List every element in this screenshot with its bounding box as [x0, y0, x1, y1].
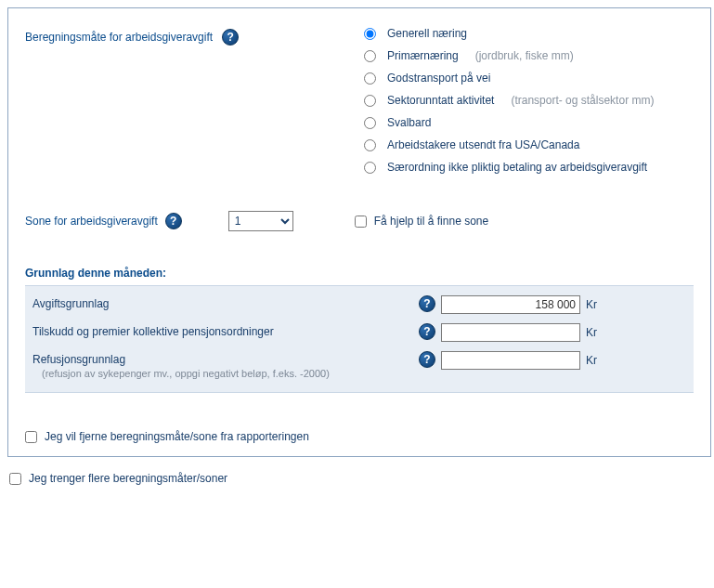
basis-box: Avgiftsgrunnlag?KrTilskudd og premier ko…	[25, 285, 694, 393]
basis-row-input[interactable]	[441, 295, 580, 314]
basis-row-label: Avgiftsgrunnlag	[32, 297, 413, 310]
basis-heading: Grunnlag denne måneden:	[25, 267, 694, 280]
zone-help-label: Få hjelp til å finne sone	[374, 215, 488, 228]
zone-select[interactable]: 1	[228, 211, 293, 231]
basis-row-unit: Kr	[586, 354, 597, 367]
calc-method-radio-label: Primærnæring	[387, 49, 459, 62]
basis-row-help-wrap: ?	[413, 351, 441, 368]
basis-row-hint: (refusjon av sykepenger mv., oppgi negat…	[42, 368, 413, 379]
zone-row: Sone for arbeidsgiveravgift ? 1 Få hjelp…	[25, 211, 694, 231]
basis-row-unit: Kr	[586, 298, 597, 311]
basis-row: Refusjonsgrunnlag(refusjon av sykepenger…	[32, 351, 686, 379]
calc-method-label-wrap: Beregningsmåte for arbeidsgiveravgift ?	[25, 27, 294, 46]
calc-method-radio-item: Generell næring	[364, 27, 654, 40]
zone-label: Sone for arbeidsgiveravgift	[25, 215, 158, 228]
basis-row-label-wrap: Avgiftsgrunnlag	[32, 295, 413, 310]
calc-method-radio-label: Sektorunntatt aktivitet	[387, 94, 494, 107]
main-panel: Beregningsmåte for arbeidsgiveravgift ? …	[7, 7, 711, 457]
calc-method-radio-hint: (jordbruk, fiske mm)	[475, 49, 574, 62]
calc-method-radio[interactable]	[364, 139, 376, 151]
more-checkbox[interactable]	[9, 473, 21, 485]
calc-method-radio-list: Generell næringPrimærnæring(jordbruk, fi…	[364, 27, 654, 174]
basis-row-label-wrap: Refusjonsgrunnlag(refusjon av sykepenger…	[32, 351, 413, 379]
calc-method-radio[interactable]	[364, 162, 376, 174]
calc-method-label: Beregningsmåte for arbeidsgiveravgift	[25, 31, 213, 44]
help-icon[interactable]: ?	[419, 323, 435, 340]
calc-method-radio-label: Generell næring	[387, 27, 467, 40]
calc-method-radio-label: Godstransport på vei	[387, 72, 490, 85]
calc-method-radio-item: Sektorunntatt aktivitet(transport- og st…	[364, 94, 654, 107]
calc-method-radio-label: Arbeidstakere utsendt fra USA/Canada	[387, 138, 579, 151]
calc-method-radio-item: Svalbard	[364, 116, 654, 129]
basis-row-help-wrap: ?	[413, 295, 441, 312]
basis-row: Avgiftsgrunnlag?Kr	[32, 295, 686, 314]
basis-row-input-wrap: Kr	[441, 323, 597, 342]
basis-row-input[interactable]	[441, 351, 580, 370]
remove-checkbox-row: Jeg vil fjerne beregningsmåte/sone fra r…	[25, 430, 694, 443]
remove-checkbox[interactable]	[25, 431, 37, 443]
zone-help-checkbox-wrap: Få hjelp til å finne sone	[355, 215, 488, 228]
zone-select-wrap: 1	[228, 211, 293, 231]
remove-checkbox-label: Jeg vil fjerne beregningsmåte/sone fra r…	[45, 430, 309, 443]
more-checkbox-label: Jeg trenger flere beregningsmåter/soner	[29, 472, 227, 485]
calc-method-radio-label: Særordning ikke pliktig betaling av arbe…	[387, 161, 647, 174]
calc-method-radio[interactable]	[364, 28, 376, 40]
calc-method-radio[interactable]	[364, 50, 376, 62]
calc-method-radio-item: Primærnæring(jordbruk, fiske mm)	[364, 49, 654, 62]
basis-row-help-wrap: ?	[413, 323, 441, 340]
calc-method-radio-label: Svalbard	[387, 116, 431, 129]
help-icon[interactable]: ?	[165, 213, 182, 229]
calc-method-row: Beregningsmåte for arbeidsgiveravgift ? …	[25, 27, 694, 174]
basis-row-input-wrap: Kr	[441, 351, 597, 370]
calc-method-radio-hint: (transport- og stålsektor mm)	[511, 94, 654, 107]
zone-help-checkbox[interactable]	[355, 216, 367, 228]
help-icon[interactable]: ?	[419, 295, 435, 312]
help-icon[interactable]: ?	[222, 29, 239, 46]
basis-row: Tilskudd og premier kollektive pensjonso…	[32, 323, 686, 342]
calc-method-radio[interactable]	[364, 95, 376, 107]
calc-method-radio[interactable]	[364, 117, 376, 129]
calc-method-radio[interactable]	[364, 72, 376, 85]
basis-row-label: Tilskudd og premier kollektive pensjonso…	[32, 325, 413, 338]
help-icon[interactable]: ?	[419, 351, 435, 368]
more-checkbox-row: Jeg trenger flere beregningsmåter/soner	[7, 472, 711, 485]
calc-method-radio-item: Godstransport på vei	[364, 72, 654, 85]
calc-method-radio-item: Særordning ikke pliktig betaling av arbe…	[364, 161, 654, 174]
basis-row-input-wrap: Kr	[441, 295, 597, 314]
basis-row-label-wrap: Tilskudd og premier kollektive pensjonso…	[32, 323, 413, 338]
calc-method-radio-item: Arbeidstakere utsendt fra USA/Canada	[364, 138, 654, 151]
basis-row-unit: Kr	[586, 326, 597, 339]
basis-row-label: Refusjonsgrunnlag	[32, 353, 413, 366]
basis-row-input[interactable]	[441, 323, 580, 342]
